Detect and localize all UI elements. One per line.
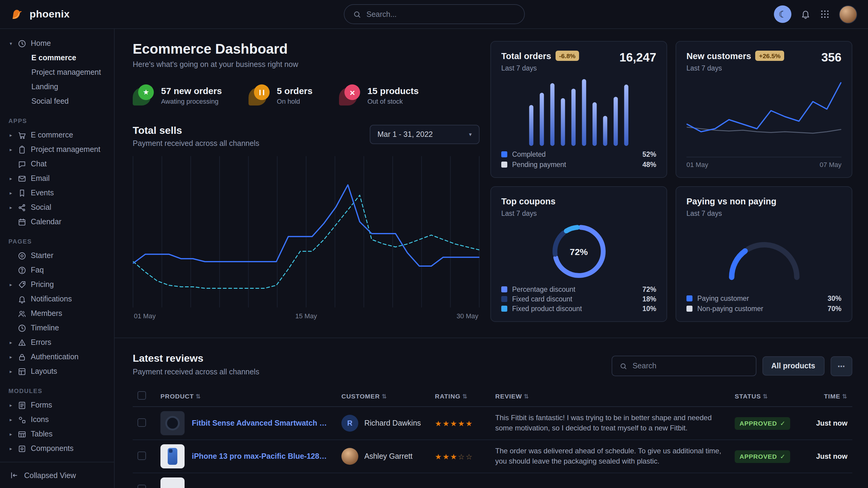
sidebar-item-layouts[interactable]: ▸Layouts — [5, 364, 109, 379]
clock-icon — [18, 39, 27, 48]
check-icon: ✓ — [780, 420, 785, 427]
svg-text:30 May: 30 May — [457, 312, 478, 320]
sidebar-item-authentication[interactable]: ▸Authentication — [5, 350, 109, 364]
sidebar-item-project-management[interactable]: ▸Project management — [5, 142, 109, 157]
sidebar-item-components[interactable]: ▸Components — [5, 441, 109, 456]
product-link[interactable]: Fitbit Sense Advanced Smartwatch with To… — [192, 419, 332, 427]
card-period: Last 7 days — [501, 210, 556, 217]
sidebar-item-forms[interactable]: ▸Forms — [5, 398, 109, 412]
shapes-icon — [18, 415, 27, 424]
search-input[interactable] — [367, 10, 516, 19]
column-header-customer[interactable]: CUSTOMER⇅ — [337, 386, 430, 406]
sidebar-item-email[interactable]: ▸Email — [5, 171, 109, 186]
sidebar-item-label: Events — [31, 189, 54, 197]
phoenix-logo-icon — [10, 7, 25, 22]
notifications-button[interactable] — [801, 9, 811, 19]
mail-icon — [18, 174, 27, 183]
column-header-time[interactable]: TIME⇅ — [801, 386, 852, 406]
row-checkbox[interactable] — [137, 484, 146, 488]
sidebar-item-label: Notifications — [31, 295, 72, 303]
stat-caption: Awating processing — [161, 97, 222, 105]
sidebar-item-landing[interactable]: Landing — [5, 79, 109, 94]
collapse-icon — [10, 471, 19, 480]
sidebar-item-pricing[interactable]: ▸Pricing — [5, 277, 109, 292]
main-content: Ecommerce Dashboard Here's what's going … — [115, 29, 868, 488]
reviews-search-input[interactable] — [632, 362, 748, 370]
legend-swatch — [501, 296, 507, 302]
customer-name: Richard Dawkins — [364, 419, 421, 427]
sidebar-item-social[interactable]: ▸Social — [5, 200, 109, 215]
close-icon: × — [349, 88, 355, 97]
topbar: phoenix ☾ — [0, 0, 868, 29]
x-tick-label: 01 May — [686, 161, 708, 168]
sidebar-item-home[interactable]: ▾Home — [5, 36, 109, 51]
sidebar-item-e-commerce[interactable]: E commerce — [5, 51, 109, 65]
sidebar-item-tables[interactable]: ▸Tables — [5, 427, 109, 441]
chat-icon — [18, 159, 27, 168]
sidebar-item-events[interactable]: ▸Events — [5, 186, 109, 200]
sidebar-item-calendar[interactable]: Calendar — [5, 215, 109, 229]
star-badge-icon: ★ — [133, 85, 154, 105]
legend-value: 70% — [828, 305, 841, 312]
paying-gauge-chart — [686, 217, 841, 295]
caret-right-icon: ▸ — [8, 354, 13, 360]
global-search[interactable] — [343, 4, 525, 24]
trend-badge: +26.5% — [755, 50, 784, 61]
sidebar-item-label: Authentication — [31, 353, 79, 361]
reviews-search[interactable] — [611, 356, 756, 376]
sidebar-item-label: Pricing — [31, 280, 54, 289]
date-range-select[interactable]: Mar 1 - 31, 2022 ▾ — [370, 125, 480, 144]
sidebar-item-icons[interactable]: ▸Icons — [5, 412, 109, 427]
pause-badge-icon — [249, 85, 270, 105]
stat-value: 15 products — [367, 85, 418, 96]
sidebar-item-errors[interactable]: ▸Errors — [5, 335, 109, 350]
legend-value: 18% — [642, 295, 656, 303]
product-link[interactable]: iPhone 13 pro max-Pacific Blue-128GB sto… — [192, 452, 332, 461]
stat-out-of-stock: × 15 products Out of stock — [339, 85, 418, 105]
legend-swatch — [501, 306, 507, 312]
row-checkbox[interactable] — [137, 418, 146, 426]
sidebar-item-e-commerce[interactable]: ▸E commerce — [5, 128, 109, 142]
column-header-review[interactable]: REVIEW⇅ — [490, 386, 730, 406]
more-options-button[interactable]: ⋯ — [830, 356, 852, 376]
review-text: The order was delivered ahead of schedul… — [495, 446, 721, 465]
legend-item-percentage-discount: Percentage discount 72% — [501, 286, 656, 293]
apps-grid-button[interactable] — [820, 9, 830, 19]
sidebar-item-chat[interactable]: Chat — [5, 157, 109, 171]
column-header-rating[interactable]: RATING⇅ — [430, 386, 490, 406]
sidebar-item-label: Timeline — [31, 324, 59, 332]
select-all-cell — [133, 386, 156, 406]
sidebar-item-timeline[interactable]: Timeline — [5, 321, 109, 335]
sidebar-item-notifications[interactable]: Notifications — [5, 292, 109, 306]
stat-caption: On hold — [277, 97, 312, 105]
collapse-view-button[interactable]: Collapsed View — [0, 462, 114, 488]
kpi-cards: Total orders-6.8% Last 7 days 16,247 Com… — [490, 41, 852, 322]
sort-icon: ⇅ — [462, 393, 468, 400]
calendar-icon — [18, 217, 27, 226]
new-customers-xticks: 01 May07 May — [686, 157, 841, 168]
sidebar-item-faq[interactable]: Faq — [5, 263, 109, 277]
stat-value: 5 orders — [277, 85, 312, 96]
sidebar-item-social-feed[interactable]: Social feed — [5, 94, 109, 108]
sidebar-item-members[interactable]: Members — [5, 306, 109, 321]
search-icon — [352, 10, 361, 19]
brand-logo[interactable]: phoenix — [10, 7, 70, 22]
row-checkbox[interactable] — [137, 451, 146, 460]
customer-name: Ashley Garrett — [364, 452, 412, 461]
column-header-status[interactable]: STATUS⇅ — [730, 386, 801, 406]
sidebar-item-label: Forms — [31, 401, 52, 409]
all-products-button[interactable]: All products — [762, 356, 824, 376]
total-sells-subtitle: Payment received across all channels — [133, 139, 259, 148]
select-all-checkbox[interactable] — [137, 391, 146, 400]
user-avatar[interactable] — [839, 5, 857, 23]
sidebar-item-project-management[interactable]: Project management — [5, 65, 109, 79]
legend-swatch — [686, 306, 692, 312]
dark-mode-toggle[interactable]: ☾ — [774, 5, 792, 23]
customer-avatar — [341, 448, 358, 465]
x-tick-label: 07 May — [820, 161, 841, 168]
lock-icon — [18, 352, 27, 361]
column-header-product[interactable]: PRODUCT⇅ — [156, 386, 337, 406]
apps-grid-icon — [820, 9, 830, 19]
legend-item-pending-payment: Pending payment 48% — [501, 161, 656, 168]
sidebar-item-starter[interactable]: Starter — [5, 248, 109, 263]
